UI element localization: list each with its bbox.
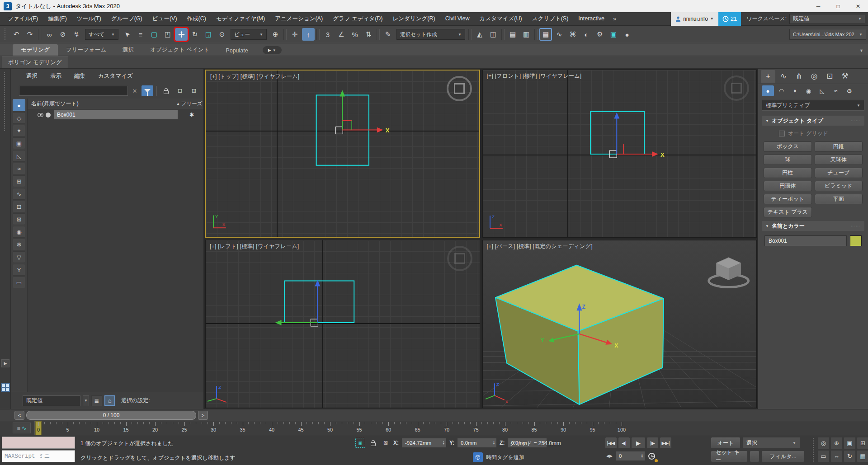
- menu-graph-editors[interactable]: グラフ エディタ(D): [328, 12, 387, 25]
- menu-modifiers[interactable]: モディファイヤ(M): [211, 12, 270, 25]
- menu-civil-view[interactable]: Civil View: [440, 12, 475, 25]
- viewport-top-label[interactable]: [+] [トップ] [標準] [ワイヤフレーム]: [210, 73, 299, 80]
- menu-edit[interactable]: 編集(E): [43, 12, 72, 25]
- zoom-extents-icon[interactable]: ▣: [844, 437, 856, 449]
- viewport-left[interactable]: [+] [レフト] [標準] [ワイヤフレーム] Z: [205, 240, 480, 408]
- systems-category-icon[interactable]: ⚙: [843, 85, 855, 96]
- folder-icon[interactable]: ▭: [13, 277, 25, 288]
- preset-caret-button[interactable]: ▼: [83, 395, 89, 406]
- display-helpers-icon[interactable]: ◺: [13, 150, 25, 162]
- maximize-viewport-toggle-icon[interactable]: ▦: [857, 450, 868, 462]
- list-view-button[interactable]: ⊟: [174, 85, 186, 96]
- hierarchy-view-button[interactable]: ⊞: [188, 85, 200, 96]
- close-button[interactable]: ✕: [848, 0, 868, 12]
- menu-views[interactable]: ビュー(V): [147, 12, 182, 25]
- percent-snap-icon[interactable]: %: [349, 28, 361, 41]
- snaps-toggle-icon[interactable]: 3: [321, 28, 334, 41]
- name-column-header[interactable]: 名前(昇順でソート): [31, 100, 79, 108]
- populate-video-button[interactable]: ▶ ▼: [263, 46, 282, 54]
- hierarchy-tab-icon[interactable]: ⋔: [792, 70, 806, 83]
- edit-named-selection-sets-icon[interactable]: ✎: [382, 28, 394, 41]
- display-space-warps-icon[interactable]: ≈: [13, 163, 25, 174]
- shapes-category-icon[interactable]: ◠: [775, 85, 788, 96]
- menu-customize[interactable]: カスタマイズ(U): [475, 12, 527, 25]
- toggle-layer-explorer-icon[interactable]: ▥: [520, 28, 533, 41]
- named-selection-sets-dropdown[interactable]: 選択セット作成▼: [396, 29, 465, 40]
- menu-scripting[interactable]: スクリプト(S): [527, 12, 574, 25]
- track-bar[interactable]: ≣∿ 0510152025303540455055606570758085909…: [0, 421, 868, 435]
- frame-step-arrows[interactable]: ◀▶: [605, 454, 614, 458]
- mini-curve-editor-button[interactable]: ≣∿: [13, 423, 31, 433]
- orbit-icon[interactable]: ↻: [844, 450, 856, 462]
- select-object-icon[interactable]: ➤: [121, 28, 133, 41]
- search-clear-icon[interactable]: ✕: [130, 88, 139, 94]
- ribbon-panel-polygon-modeling[interactable]: ポリゴン モデリング: [2, 56, 68, 68]
- primitive-plane-button[interactable]: 平面: [815, 194, 863, 204]
- minimize-button[interactable]: ─: [808, 0, 828, 12]
- motion-tab-icon[interactable]: ◎: [807, 70, 821, 83]
- time-slider-handle[interactable]: 0 / 100: [26, 411, 196, 420]
- primitive-category-dropdown[interactable]: 標準プリミティブ ▼: [762, 100, 864, 111]
- play-button[interactable]: ▶: [631, 437, 646, 449]
- object-name-cell[interactable]: Box001: [54, 110, 178, 119]
- viewport-left-label[interactable]: [+] [レフト] [標準] [ワイヤフレーム]: [210, 243, 299, 250]
- select-and-rotate-icon[interactable]: ↻: [189, 28, 201, 41]
- viewport-perspective-label[interactable]: [+] [パース] [標準] [既定のシェーディング]: [487, 243, 593, 250]
- move-gizmo[interactable]: X: [609, 112, 665, 158]
- ribbon-collapse-button[interactable]: ▼: [859, 48, 863, 56]
- project-folder-field[interactable]: C:\Users\rini...\3ds Max 202 ▼: [789, 29, 866, 40]
- cameras-category-icon[interactable]: ◉: [802, 85, 815, 96]
- ribbon-tab-freeform[interactable]: フリーフォーム: [58, 44, 114, 56]
- primitive-teapot-button[interactable]: ティーポット: [764, 194, 812, 204]
- undo-icon[interactable]: ↶: [10, 28, 23, 41]
- bind-to-space-warp-icon[interactable]: ↯: [70, 28, 83, 41]
- select-and-place-icon[interactable]: ⊙: [216, 28, 228, 41]
- display-groups-icon[interactable]: ⊞: [13, 175, 25, 187]
- redo-icon[interactable]: ↷: [24, 28, 36, 41]
- home-mode-icon[interactable]: ⌂: [104, 395, 115, 406]
- add-time-tag-label[interactable]: 時間タグを追加: [486, 454, 524, 461]
- display-geometry-icon[interactable]: ●: [13, 99, 25, 111]
- display-hidden-icon[interactable]: ◉: [13, 226, 25, 238]
- rectangular-selection-region-icon[interactable]: ▢: [148, 28, 160, 41]
- render-setup-icon[interactable]: ⚙: [594, 28, 606, 41]
- name-color-rollout-header[interactable]: ▼ 名前とカラー ⋯⋯: [762, 221, 864, 231]
- primitive-sphere-button[interactable]: 球: [764, 155, 812, 165]
- sort-mode-icon[interactable]: ▽: [13, 251, 25, 263]
- primitive-tube-button[interactable]: チューブ: [815, 168, 863, 178]
- user-account-menu[interactable]: rininui.info ▼: [671, 12, 718, 26]
- current-frame-field[interactable]: 0▲▼: [615, 451, 645, 461]
- box-shaded[interactable]: [495, 265, 663, 404]
- menu-overflow-chevron[interactable]: »: [609, 15, 620, 22]
- layer-mode-icon[interactable]: ≣: [91, 395, 102, 406]
- rendered-frame-window-icon[interactable]: ▣: [607, 28, 620, 41]
- menu-group[interactable]: グループ(G): [106, 12, 147, 25]
- primitive-box-button[interactable]: ボックス: [764, 141, 812, 152]
- use-pivot-point-center-icon[interactable]: ⊕: [269, 28, 282, 41]
- isolate-selection-icon[interactable]: ▣: [355, 438, 365, 448]
- object-name-field[interactable]: Box001: [764, 235, 847, 246]
- maxscript-mini-listener-pink[interactable]: [2, 437, 75, 449]
- create-tab-icon[interactable]: +: [761, 70, 775, 83]
- display-tab-icon[interactable]: ⊡: [822, 70, 837, 83]
- select-and-manipulate-icon[interactable]: ✛: [288, 28, 301, 41]
- primitive-cone-button[interactable]: 円錐: [815, 141, 863, 152]
- spinner-snap-icon[interactable]: ⇅: [362, 28, 375, 41]
- explorer-menu-customize[interactable]: カスタマイズ: [93, 70, 138, 83]
- ribbon-tab-object-paint[interactable]: オブジェクト ペイント: [142, 44, 217, 56]
- selection-filter-dropdown[interactable]: すべて▼: [85, 29, 118, 40]
- spinner-icon[interactable]: ▲▼: [441, 441, 445, 445]
- spinner-icon[interactable]: ▲▼: [639, 454, 643, 458]
- previous-frame-button[interactable]: ◀|: [618, 437, 630, 449]
- viewport-front-label[interactable]: [+] [フロント] [標準] [ワイヤフレーム]: [487, 72, 582, 80]
- maxscript-mini-listener[interactable]: MAXScript ミニ: [2, 450, 75, 462]
- freeze-column-header[interactable]: フリーズ: [180, 100, 203, 107]
- notification-clock-badge[interactable]: 21: [718, 12, 741, 26]
- selected-keying-dropdown[interactable]: 選択▼: [742, 437, 800, 449]
- object-color-swatch[interactable]: [850, 235, 862, 246]
- schematic-view-icon[interactable]: ⌘: [566, 28, 579, 41]
- auto-key-button[interactable]: オート: [711, 437, 741, 449]
- list-item-box001[interactable]: Box001 ✱: [28, 109, 203, 120]
- primitive-cylinder-button[interactable]: 円柱: [764, 168, 812, 178]
- explorer-menu-select[interactable]: 選択: [21, 70, 43, 83]
